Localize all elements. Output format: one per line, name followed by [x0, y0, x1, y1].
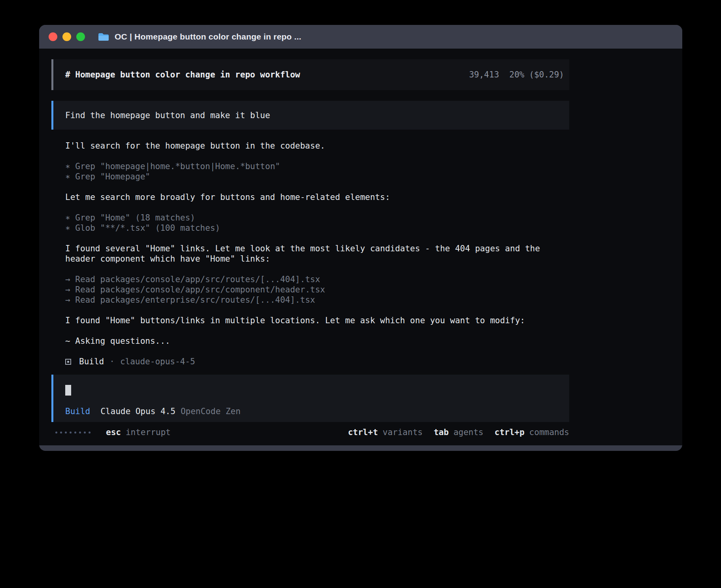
grep-tool-icon: ∗: [65, 172, 75, 181]
agent-separator: ·: [109, 356, 115, 367]
esc-key-label: esc: [106, 427, 121, 437]
model-status-line: Build Claude Opus 4.5 OpenCode Zen: [65, 406, 557, 416]
agents-hint: tab agents: [434, 427, 483, 437]
window-title: OC | Homepage button color change in rep…: [115, 32, 301, 41]
tool-call-read: → Read packages/console/app/src/routes/[…: [65, 274, 569, 285]
input-agent-label: Build: [65, 406, 90, 416]
interrupt-hint: esc interrupt: [106, 427, 171, 437]
tool-call-text: Grep "Homepage": [75, 172, 150, 181]
tool-call-group: ∗ Grep "homepage|home.*button|Home.*butt…: [65, 161, 569, 182]
session-content: # Homepage button color change in repo w…: [51, 59, 569, 437]
variants-label: variants: [383, 427, 423, 437]
tool-call-text: Read packages/console/app/src/routes/[..…: [75, 275, 320, 284]
assistant-paragraph: Let me search more broadly for buttons a…: [65, 192, 569, 202]
tool-call-text: Read packages/enterprise/src/routes/[...…: [75, 295, 315, 305]
user-message: Find the homepage button and make it blu…: [51, 101, 569, 130]
ctrl-p-key-label: ctrl+p: [495, 427, 525, 437]
agent-status-line: Build · claude-opus-4-5: [65, 356, 569, 367]
session-stats: 39,413 20% ($0.29): [469, 70, 564, 80]
spinner-icon: [55, 432, 91, 433]
desktop: OC | Homepage button color change in rep…: [0, 0, 721, 588]
text-cursor: [65, 385, 71, 396]
tool-call-grep: ∗ Grep "Homepage": [65, 172, 569, 182]
variants-hint: ctrl+t variants: [348, 427, 423, 437]
input-model-label: Claude Opus 4.5: [100, 406, 176, 416]
tool-call-grep: ∗ Grep "homepage|home.*button|Home.*butt…: [65, 161, 569, 172]
input-provider-label: OpenCode Zen: [181, 406, 241, 416]
terminal-window: OC | Homepage button color change in rep…: [39, 25, 682, 451]
agents-label: agents: [453, 427, 483, 437]
tool-call-text: Grep "homepage|home.*button|Home.*button…: [75, 162, 280, 171]
assistant-status-text: ~ Asking questions...: [65, 336, 569, 346]
close-button[interactable]: [49, 32, 57, 41]
agent-name: Build: [79, 356, 104, 367]
agent-icon: [65, 359, 71, 365]
tool-call-text: Read packages/console/app/src/component/…: [75, 285, 325, 294]
user-message-text: Find the homepage button and make it blu…: [65, 110, 270, 121]
session-cost: ($0.29): [529, 70, 564, 80]
tool-call-text: Grep "Home" (18 matches): [75, 213, 195, 222]
assistant-paragraph: I found several "Home" links. Let me loo…: [65, 243, 569, 264]
folder-icon: [98, 32, 109, 41]
glob-tool-icon: ∗: [65, 223, 75, 233]
titlebar[interactable]: OC | Homepage button color change in rep…: [39, 25, 682, 49]
status-bar: esc interrupt ctrl+t variants tab agents: [51, 427, 569, 437]
interrupt-label: interrupt: [126, 427, 171, 437]
tool-call-glob: ∗ Glob "**/*.tsx" (100 matches): [65, 223, 569, 233]
tool-call-text: Glob "**/*.tsx" (100 matches): [75, 223, 220, 233]
zoom-button[interactable]: [76, 32, 85, 41]
token-count: 39,413: [469, 70, 499, 80]
assistant-paragraph: I'll search for the homepage button in t…: [65, 141, 569, 151]
read-tool-icon: →: [65, 285, 75, 294]
tool-call-group: → Read packages/console/app/src/routes/[…: [65, 274, 569, 305]
commands-hint: ctrl+p commands: [495, 427, 569, 437]
assistant-paragraph: I found "Home" buttons/links in multiple…: [65, 315, 569, 326]
grep-tool-icon: ∗: [65, 213, 75, 222]
tool-call-grep: ∗ Grep "Home" (18 matches): [65, 213, 569, 223]
title-group: OC | Homepage button color change in rep…: [98, 32, 301, 41]
read-tool-icon: →: [65, 275, 75, 284]
ctrl-t-key-label: ctrl+t: [348, 427, 378, 437]
session-header: # Homepage button color change in repo w…: [51, 59, 569, 90]
tab-key-label: tab: [434, 427, 449, 437]
commands-label: commands: [529, 427, 569, 437]
grep-tool-icon: ∗: [65, 162, 75, 171]
terminal-screen[interactable]: # Homepage button color change in repo w…: [39, 49, 682, 445]
traffic-lights: [49, 32, 85, 41]
conversation: I'll search for the homepage button in t…: [51, 141, 569, 367]
prompt-input[interactable]: Build Claude Opus 4.5 OpenCode Zen: [51, 375, 569, 422]
read-tool-icon: →: [65, 295, 75, 305]
session-title: # Homepage button color change in repo w…: [65, 70, 300, 80]
minimize-button[interactable]: [62, 32, 71, 41]
tool-call-read: → Read packages/console/app/src/componen…: [65, 285, 569, 295]
context-percent: 20%: [510, 70, 525, 80]
agent-model: claude-opus-4-5: [120, 356, 195, 367]
tool-call-group: ∗ Grep "Home" (18 matches) ∗ Glob "**/*.…: [65, 213, 569, 233]
tool-call-read: → Read packages/enterprise/src/routes/[.…: [65, 295, 569, 305]
keyboard-hints: ctrl+t variants tab agents ctrl+p comman…: [348, 427, 569, 437]
